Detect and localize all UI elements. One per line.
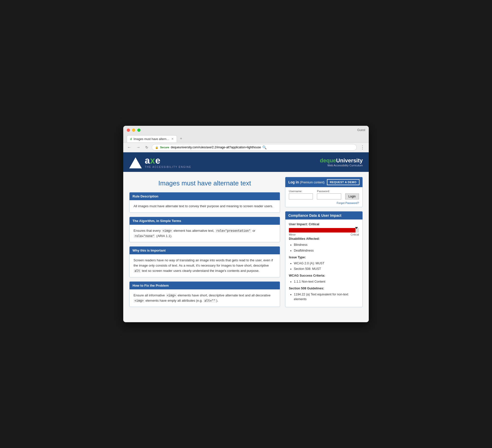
rule-description-body: All images must have alternate text to c… <box>130 200 280 212</box>
logo-triangle <box>129 157 142 168</box>
refresh-button[interactable]: ↻ <box>144 145 150 150</box>
issue-type-item: WCAG 2.0 (A): MUST <box>294 261 359 266</box>
login-panel: Log in (Premium content) REQUEST A DEMO … <box>285 177 363 207</box>
impact-fill <box>289 228 355 233</box>
issue-types-list: WCAG 2.0 (A): MUST Section 508: MUST <box>289 261 359 272</box>
user-impact-label: User Impact: Critical <box>289 222 359 226</box>
username-input[interactable] <box>289 193 313 199</box>
minimize-dot[interactable] <box>132 129 135 132</box>
how-to-fix-text: Ensure all informative <img> elements ha… <box>134 293 276 303</box>
alt-code: alt <box>134 269 141 273</box>
section508-item: 1194.22 (a) Text equivalent for non-text… <box>294 292 359 302</box>
login-button[interactable]: Login <box>345 193 359 199</box>
rule-description-section: Rule Description All images must have al… <box>129 192 280 213</box>
axe-text-block: axe THE ACCESSIBILITY ENGINE <box>145 156 191 168</box>
side-column: Log in (Premium content) REQUEST A DEMO … <box>285 177 363 317</box>
back-button[interactable]: ← <box>126 145 133 150</box>
why-important-text: Screen readers have no way of translatin… <box>134 258 276 273</box>
url-domain: dequeuniversity.com <box>171 146 198 149</box>
password-field: Password: <box>317 190 341 199</box>
password-input[interactable] <box>317 193 341 199</box>
tab-title: Images must have alternate te… <box>134 137 170 141</box>
guest-label: Guest <box>357 128 365 132</box>
login-title-main: Log in <box>288 180 299 184</box>
wcag-label: WCAG Success Criteria: <box>289 274 359 277</box>
search-icon[interactable]: 🔍 <box>262 145 267 149</box>
password-label: Password: <box>317 190 341 193</box>
browser-titlebar: Guest d Images must have alternate te… ✕… <box>123 126 369 143</box>
tab-bar: d Images must have alternate te… ✕ + <box>127 135 365 142</box>
disability-item: Deafblindness <box>294 248 359 253</box>
compliance-header: Compliance Data & User Impact <box>285 211 362 219</box>
wcag-item: 1.1.1 Non-text Content <box>294 279 359 284</box>
page-title: Images must have alternate text <box>129 179 280 187</box>
login-subtitle: (Premium content) <box>300 181 325 184</box>
close-dot[interactable] <box>127 129 130 132</box>
page-content: Images must have alternate text Rule Des… <box>123 172 369 322</box>
browser-window: Guest d Images must have alternate te… ✕… <box>123 126 369 322</box>
axe-tagline: THE ACCESSIBILITY ENGINE <box>145 166 191 168</box>
url-text: dequeuniversity.com/rules/axe/2.2/image-… <box>171 146 261 149</box>
new-tab-button[interactable]: + <box>177 135 185 142</box>
wcag-list: 1.1.1 Non-text Content <box>289 279 359 284</box>
img-code-1: <img> <box>162 229 173 233</box>
active-tab[interactable]: d Images must have alternate te… ✕ <box>127 135 177 142</box>
algorithm-text: Ensures that every <img> element has alt… <box>134 228 276 239</box>
rule-description-header: Rule Description <box>130 192 280 200</box>
main-column: Images must have alternate text Rule Des… <box>129 177 280 317</box>
img-code-2: <img> <box>166 293 177 297</box>
url-path: /rules/axe/2.2/image-alt?application=lig… <box>198 146 261 149</box>
impact-pointer <box>355 227 358 229</box>
issue-type-item: Section 508: MUST <box>294 267 359 271</box>
axe-brand: axe <box>145 156 191 165</box>
compliance-panel: Compliance Data & User Impact User Impac… <box>285 211 363 307</box>
impact-max-label: Critical <box>350 233 359 236</box>
lock-icon: 🔒 <box>155 146 159 149</box>
deque-brand-name: dequeUniversity <box>320 157 363 164</box>
section508-list: 1194.22 (a) Text equivalent for non-text… <box>289 292 359 302</box>
request-demo-button[interactable]: REQUEST A DEMO <box>327 179 359 185</box>
why-important-header: Why this is Important <box>130 247 280 254</box>
impact-track <box>289 228 359 233</box>
university-text: University <box>336 157 363 164</box>
deque-university-logo: dequeUniversity Web Accessibility Curric… <box>320 157 363 167</box>
impact-bar-container: Minor Critical <box>289 228 359 236</box>
algorithm-body: Ensures that every <img> element has alt… <box>130 225 280 242</box>
browser-menu-button[interactable]: ⋮ <box>359 144 366 151</box>
how-to-fix-section: How to Fix the Problem Ensure all inform… <box>129 281 280 307</box>
browser-controls: Guest <box>127 128 365 134</box>
section508-label: Section 508 Guidelines: <box>289 287 359 290</box>
username-field: Username: <box>289 190 313 199</box>
disabilities-label: Disabilities Affected: <box>289 237 359 241</box>
deque-subtitle: Web Accessibility Curriculum <box>320 164 363 167</box>
img-code-3: <img> <box>134 299 145 303</box>
secure-badge: Secure <box>160 146 169 149</box>
username-label: Username: <box>289 190 313 193</box>
tab-close-button[interactable]: ✕ <box>171 137 174 141</box>
algorithm-header: The Algorithm, in Simple Terms <box>130 217 280 225</box>
login-title: Log in (Premium content) <box>288 180 325 184</box>
address-bar[interactable]: 🔒 Secure dequeuniversity.com/rules/axe/2… <box>152 144 357 151</box>
algorithm-section: The Algorithm, in Simple Terms Ensures t… <box>129 217 280 243</box>
navigation-bar: ← → ↻ 🔒 Secure dequeuniversity.com/rules… <box>123 143 369 152</box>
impact-min-label: Minor <box>289 233 296 236</box>
tab-favicon: d <box>130 137 132 141</box>
axe-x-letter: x <box>150 155 155 166</box>
login-fields-row: Username: Password: Login <box>289 190 359 199</box>
how-to-fix-header: How to Fix the Problem <box>130 282 280 289</box>
disability-item: Blindness <box>294 243 359 247</box>
disabilities-list: Blindness Deafblindness <box>289 243 359 253</box>
how-to-fix-body: Ensure all informative <img> elements ha… <box>130 289 280 307</box>
role-presentation-code: role="presentation" <box>215 229 252 233</box>
why-important-body: Screen readers have no way of translatin… <box>130 254 280 277</box>
impact-labels: Minor Critical <box>289 233 359 236</box>
axe-logo: axe THE ACCESSIBILITY ENGINE <box>129 156 191 168</box>
forgot-password-link[interactable]: Forgot Password? <box>289 201 359 204</box>
login-header: Log in (Premium content) REQUEST A DEMO <box>285 177 362 187</box>
forward-button[interactable]: → <box>135 145 142 150</box>
role-none-code: role="none" <box>134 234 155 238</box>
site-header: axe THE ACCESSIBILITY ENGINE dequeUniver… <box>123 152 369 172</box>
alt-empty-code: alt="" <box>203 299 216 303</box>
compliance-body: User Impact: Critical Minor Critical <box>285 219 362 307</box>
maximize-dot[interactable] <box>137 129 141 132</box>
